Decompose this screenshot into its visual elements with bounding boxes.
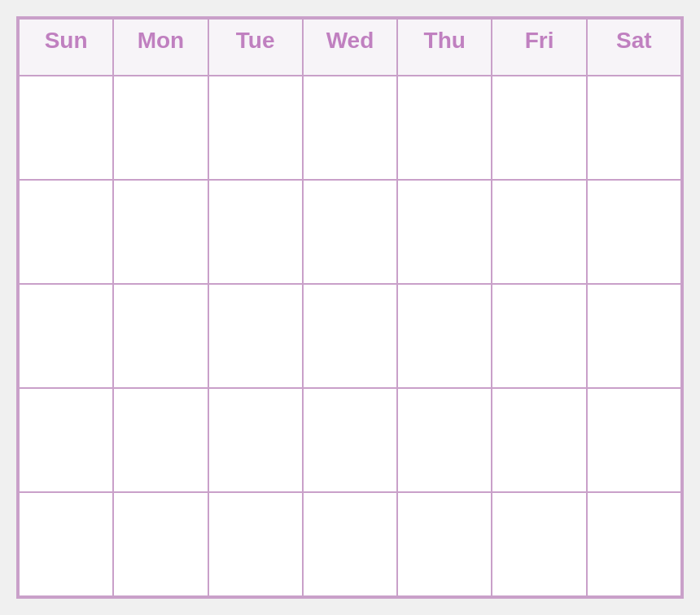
cell-4-1[interactable]: [19, 388, 113, 492]
cell-1-5[interactable]: [397, 76, 492, 180]
cell-4-7[interactable]: [587, 388, 681, 492]
cell-4-5[interactable]: [397, 388, 492, 492]
calendar-row-2: [19, 180, 681, 284]
cell-5-7[interactable]: [587, 492, 681, 596]
cell-3-1[interactable]: [19, 284, 113, 388]
cell-1-2[interactable]: [113, 76, 208, 180]
calendar-row-5: [19, 492, 681, 596]
cell-5-1[interactable]: [19, 492, 113, 596]
cell-5-2[interactable]: [113, 492, 208, 596]
cell-4-4[interactable]: [303, 388, 397, 492]
cell-1-7[interactable]: [587, 76, 681, 180]
cell-2-4[interactable]: [303, 180, 397, 284]
cell-4-6[interactable]: [492, 388, 586, 492]
calendar-container: Sun Mon Tue Wed Thu Fri Sat: [16, 16, 684, 599]
cell-3-5[interactable]: [397, 284, 492, 388]
cell-3-4[interactable]: [303, 284, 397, 388]
cell-5-5[interactable]: [397, 492, 492, 596]
calendar-row-4: [19, 388, 681, 492]
cell-1-4[interactable]: [303, 76, 397, 180]
header-thu: Thu: [397, 19, 492, 76]
calendar-table: Sun Mon Tue Wed Thu Fri Sat: [18, 18, 682, 597]
calendar-row-3: [19, 284, 681, 388]
cell-2-3[interactable]: [208, 180, 303, 284]
cell-3-2[interactable]: [113, 284, 208, 388]
cell-5-6[interactable]: [492, 492, 586, 596]
cell-5-4[interactable]: [303, 492, 397, 596]
cell-2-2[interactable]: [113, 180, 208, 284]
calendar-row-1: [19, 76, 681, 180]
cell-1-1[interactable]: [19, 76, 113, 180]
cell-3-7[interactable]: [587, 284, 681, 388]
cell-3-6[interactable]: [492, 284, 586, 388]
header-mon: Mon: [113, 19, 208, 76]
cell-5-3[interactable]: [208, 492, 303, 596]
header-tue: Tue: [208, 19, 303, 76]
cell-2-6[interactable]: [492, 180, 586, 284]
cell-2-7[interactable]: [587, 180, 681, 284]
cell-4-3[interactable]: [208, 388, 303, 492]
calendar-header-row: Sun Mon Tue Wed Thu Fri Sat: [19, 19, 681, 76]
header-sat: Sat: [587, 19, 681, 76]
cell-4-2[interactable]: [113, 388, 208, 492]
header-fri: Fri: [492, 19, 586, 76]
header-wed: Wed: [303, 19, 397, 76]
cell-2-5[interactable]: [397, 180, 492, 284]
cell-1-3[interactable]: [208, 76, 303, 180]
cell-1-6[interactable]: [492, 76, 586, 180]
cell-2-1[interactable]: [19, 180, 113, 284]
header-sun: Sun: [19, 19, 113, 76]
cell-3-3[interactable]: [208, 284, 303, 388]
